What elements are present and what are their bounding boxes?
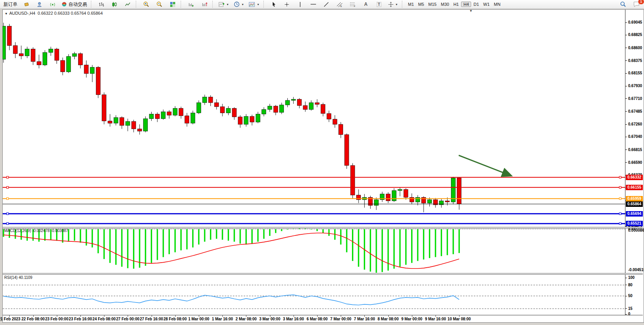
timeframe-group: M1M5M15M30H1H4D1W1MN (406, 2, 502, 7)
bar-chart-button[interactable] (95, 0, 108, 9)
search-icon (620, 1, 626, 7)
rsi-level-label: 0 (628, 312, 630, 316)
price-axis[interactable]: 0.690450.688250.686000.683750.681550.679… (625, 10, 643, 315)
rsi-indicator-panel[interactable] (3, 275, 625, 315)
periods-button[interactable]: ▼ (232, 0, 246, 9)
zoom-in-button[interactable] (140, 0, 152, 9)
price-line-tag: 0.65959 (626, 196, 643, 201)
macd-scale-max: 0.000086 (628, 228, 644, 233)
zoom-out-button[interactable] (153, 0, 166, 9)
timeframe-button-m30[interactable]: M30 (439, 2, 451, 7)
gold-box-icon (24, 2, 29, 7)
signals-broadcast-icon (50, 2, 56, 7)
gold-icon-button[interactable] (20, 0, 32, 9)
time-tick-label: 21 Feb 2023 (0, 317, 20, 321)
chart-shift-button[interactable] (198, 0, 210, 9)
panel-splitter[interactable] (3, 273, 643, 275)
time-tick-label: 27 Feb 16:00 (140, 317, 163, 321)
notification-badge: 1 (638, 0, 644, 4)
timeframe-button-m15[interactable]: M15 (426, 2, 438, 7)
macd-scale-min: -0.004519 (628, 268, 644, 272)
candlestick-chart-button[interactable] (108, 0, 121, 9)
timeframe-button-m1[interactable]: M1 (406, 2, 416, 7)
time-tick-label: 1 Mar 00:00 (188, 317, 209, 321)
price-tick-label: 0.67260 (628, 122, 642, 127)
cursor-arrow-icon (271, 2, 277, 7)
time-axis[interactable]: 21 Feb 202322 Feb 08:0023 Feb 00:0023 Fe… (3, 315, 643, 322)
time-tick-label: 9 Mar 00:00 (401, 317, 422, 321)
price-tick-label: 0.67710 (628, 96, 642, 101)
price-tick-label: 0.69045 (628, 20, 642, 25)
channel-tool-button[interactable]: E (333, 0, 346, 9)
search-button[interactable] (617, 0, 629, 9)
line-chart-button[interactable] (121, 0, 134, 9)
time-tick-label: 2 Mar 08:00 (236, 317, 256, 321)
horizontal-line-tool-button[interactable] (307, 0, 319, 9)
timeframe-button-d1[interactable]: D1 (471, 2, 481, 7)
candlestick-chart-icon (112, 2, 118, 7)
new-order-button[interactable]: 新订单 (2, 0, 19, 9)
templates-button[interactable]: ▼ (247, 0, 261, 9)
toolbar-separator (263, 1, 266, 8)
indicators-add-icon (219, 2, 225, 7)
time-tick-label: 24 Feb 08:00 (92, 317, 116, 321)
chart-shift-marker-icon[interactable]: ▼ (469, 9, 473, 13)
text-label-tool-button[interactable]: T (373, 0, 385, 9)
mt4-window: 新订单 自动交易 (0, 0, 644, 325)
clock-icon (234, 1, 240, 7)
autotrading-label: 自动交易 (68, 1, 87, 8)
timeframe-button-m5[interactable]: M5 (416, 2, 426, 7)
time-tick-label: 27 Feb 00:00 (116, 317, 139, 321)
fibonacci-tool-button[interactable]: F (347, 0, 359, 9)
panel-splitter[interactable] (3, 227, 643, 229)
time-tick-label: 3 Mar 00:00 (259, 317, 280, 321)
macd-indicator-panel[interactable] (3, 228, 625, 273)
axis-tick-mark (625, 162, 627, 163)
vertical-line-tool-button[interactable] (294, 0, 306, 9)
axis-tick-mark (625, 308, 627, 309)
tile-windows-button[interactable] (166, 0, 179, 9)
axis-tick-mark (625, 150, 627, 150)
price-tick-label: 0.67040 (628, 134, 642, 139)
autotrading-icon (61, 2, 67, 7)
price-tick-label: 0.67485 (628, 109, 642, 114)
main-price-chart[interactable] (3, 10, 625, 227)
arrows-tool-button[interactable]: ▼ (386, 0, 400, 9)
dropdown-caret: ▼ (241, 3, 244, 6)
community-button[interactable] (33, 0, 46, 9)
timeframe-button-w1[interactable]: W1 (481, 2, 492, 7)
indicators-button[interactable]: ▼ (217, 0, 231, 9)
timeframe-button-mn[interactable]: MN (492, 2, 502, 7)
template-chart-icon (249, 2, 255, 7)
price-tick-label: 0.68825 (628, 33, 642, 37)
line-chart-icon (125, 2, 131, 7)
autotrading-button[interactable]: 自动交易 (60, 0, 89, 9)
auto-scroll-button[interactable] (185, 0, 197, 9)
timeframe-button-h1[interactable]: H1 (451, 2, 461, 7)
axis-tick-mark (625, 111, 627, 112)
cursor-tool-button[interactable] (268, 0, 280, 9)
crosshair-tool-button[interactable] (281, 0, 293, 9)
axis-tick-mark (625, 137, 627, 137)
axis-tick-mark (625, 73, 627, 74)
zoom-out-icon (156, 1, 162, 7)
timeframe-button-h4[interactable]: H4 (461, 2, 471, 7)
notifications-button[interactable]: 1 (630, 0, 642, 9)
crosshair-icon (284, 2, 290, 7)
svg-text:F: F (354, 5, 355, 7)
axis-tick-mark (625, 278, 627, 278)
signals-button[interactable] (46, 0, 59, 9)
horizontal-line-icon (310, 2, 316, 6)
chart-window: ▼AUDUSD-,H4 0.66322 0.66333 0.65764 0.65… (2, 9, 644, 323)
price-tick-label: 0.67930 (628, 84, 642, 88)
axis-tick-mark (625, 296, 627, 296)
text-tool-button[interactable]: A (360, 0, 372, 9)
trendline-tool-button[interactable] (320, 0, 333, 9)
time-tick-label: 7 Mar 00:00 (330, 317, 351, 321)
price-tick-label: 0.68375 (628, 58, 642, 63)
axis-tick-mark (625, 48, 627, 48)
chevron-down-icon[interactable]: ▼ (5, 12, 8, 15)
auto-scroll-icon (188, 2, 194, 7)
dropdown-caret: ▼ (395, 3, 398, 6)
price-line-tag: 0.66155 (626, 185, 643, 190)
